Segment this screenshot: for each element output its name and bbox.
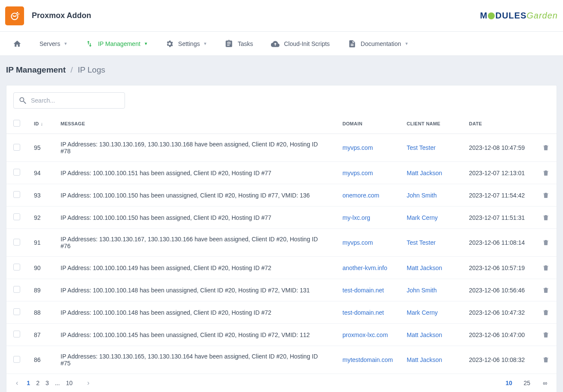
delete-button[interactable] bbox=[542, 286, 550, 294]
nav-servers[interactable]: Servers ▾ bbox=[32, 32, 75, 56]
cell-client-link[interactable]: Matt Jackson bbox=[407, 331, 442, 338]
delete-button[interactable] bbox=[542, 264, 550, 272]
app-header: Proxmox Addon MDULESGarden bbox=[0, 0, 563, 32]
nav-cloud-init-label: Cloud-Init Scripts bbox=[284, 40, 330, 47]
delete-button[interactable] bbox=[542, 356, 550, 364]
cell-domain-link[interactable]: test-domain.net bbox=[343, 287, 384, 294]
cell-id: 95 bbox=[27, 134, 54, 162]
nav-ip-management-label: IP Management bbox=[98, 40, 140, 47]
row-checkbox[interactable] bbox=[13, 264, 20, 270]
cell-client-link[interactable]: Mark Cerny bbox=[407, 309, 438, 316]
cell-client-link[interactable]: Matt Jackson bbox=[407, 356, 442, 363]
table-row: 91IP Addresses: 130.130.130.167, 130.130… bbox=[6, 229, 557, 257]
cell-domain-link[interactable]: myvps.com bbox=[343, 239, 373, 246]
breadcrumb-root[interactable]: IP Management bbox=[6, 65, 66, 74]
row-checkbox[interactable] bbox=[13, 191, 20, 198]
table-row: 94IP Address: 100.100.100.151 has been a… bbox=[6, 162, 557, 184]
delete-button[interactable] bbox=[542, 239, 550, 246]
cloud-upload-icon bbox=[271, 40, 280, 48]
row-checkbox[interactable] bbox=[13, 169, 20, 176]
cell-id: 93 bbox=[27, 184, 54, 207]
col-id[interactable]: ID↓ bbox=[27, 114, 54, 134]
cell-id: 92 bbox=[27, 207, 54, 229]
nav-home[interactable] bbox=[5, 32, 29, 56]
pager-page-2[interactable]: 2 bbox=[36, 380, 40, 386]
cell-date: 2023-12-06 10:47:00 bbox=[462, 324, 535, 346]
content-panel: ID↓ MESSAGE DOMAIN CLIENT NAME DATE 95IP… bbox=[6, 85, 557, 392]
row-checkbox[interactable] bbox=[13, 308, 20, 315]
cell-client-link[interactable]: Test Tester bbox=[407, 144, 435, 151]
nav-cloud-init[interactable]: Cloud-Init Scripts bbox=[263, 32, 338, 56]
col-domain[interactable]: DOMAIN bbox=[336, 114, 400, 134]
cell-client-link[interactable]: John Smith bbox=[407, 287, 437, 294]
nav-tasks[interactable]: Tasks bbox=[217, 32, 261, 56]
cell-domain-link[interactable]: onemore.com bbox=[343, 192, 380, 199]
chevron-down-icon: ▾ bbox=[204, 41, 207, 46]
cell-client-link[interactable]: Matt Jackson bbox=[407, 264, 442, 271]
cell-domain-link[interactable]: proxmox-lxc.com bbox=[343, 331, 388, 338]
pager-page-1[interactable]: 1 bbox=[27, 380, 30, 386]
table-row: 88IP Address: 100.100.100.148 has been a… bbox=[6, 301, 557, 324]
cell-client-link[interactable]: Mark Cerny bbox=[407, 214, 438, 221]
pager-page-3[interactable]: 3 bbox=[46, 380, 49, 386]
select-all-checkbox[interactable] bbox=[13, 120, 20, 127]
nav-ip-management[interactable]: IP Management ▾ bbox=[77, 32, 155, 56]
row-checkbox[interactable] bbox=[13, 144, 20, 151]
cell-id: 90 bbox=[27, 257, 54, 279]
breadcrumb: IP Management / IP Logs bbox=[0, 56, 563, 79]
app-title: Proxmox Addon bbox=[32, 11, 91, 20]
pager-prev[interactable]: ‹ bbox=[13, 379, 21, 387]
cell-id: 87 bbox=[27, 324, 54, 346]
delete-button[interactable] bbox=[542, 214, 550, 222]
search-input[interactable] bbox=[13, 92, 125, 109]
chevron-down-icon: ▾ bbox=[405, 41, 408, 46]
cell-domain-link[interactable]: myvps.com bbox=[343, 144, 373, 151]
swap-vert-icon bbox=[85, 40, 94, 48]
nav-settings[interactable]: Settings ▾ bbox=[158, 32, 215, 56]
cell-date: 2023-12-07 11:51:31 bbox=[462, 207, 535, 229]
cell-domain-link[interactable]: my-lxc.org bbox=[343, 214, 371, 221]
cell-message: IP Address: 100.100.100.145 has been una… bbox=[54, 324, 336, 346]
cell-domain-link[interactable]: myvps.com bbox=[343, 170, 373, 176]
cell-client-link[interactable]: Test Tester bbox=[407, 239, 435, 246]
cell-domain-link[interactable]: another-kvm.info bbox=[343, 264, 387, 271]
col-message[interactable]: MESSAGE bbox=[54, 114, 336, 134]
col-date[interactable]: DATE bbox=[462, 114, 535, 134]
row-checkbox[interactable] bbox=[13, 286, 20, 293]
nav-tasks-label: Tasks bbox=[237, 40, 253, 47]
delete-button[interactable] bbox=[542, 144, 550, 152]
delete-button[interactable] bbox=[542, 331, 550, 339]
cell-date: 2023-12-06 10:56:46 bbox=[462, 279, 535, 301]
cell-domain-link[interactable]: mytestdomain.com bbox=[343, 356, 393, 363]
cell-id: 88 bbox=[27, 301, 54, 324]
app-logo-icon bbox=[9, 10, 20, 21]
cell-date: 2023-12-07 11:54:42 bbox=[462, 184, 535, 207]
page-size-10[interactable]: 10 bbox=[504, 380, 514, 386]
nav-servers-label: Servers bbox=[40, 40, 60, 47]
pager-page-10[interactable]: 10 bbox=[66, 380, 73, 386]
cell-domain-link[interactable]: test-domain.net bbox=[343, 309, 384, 316]
page-size-25[interactable]: 25 bbox=[522, 380, 532, 386]
col-client[interactable]: CLIENT NAME bbox=[400, 114, 462, 134]
delete-button[interactable] bbox=[542, 309, 550, 316]
pager-next[interactable]: › bbox=[85, 379, 92, 387]
pagination: ‹ 123...10 › 10 25 ∞ bbox=[6, 374, 557, 392]
app-logo bbox=[5, 6, 24, 25]
cell-client-link[interactable]: John Smith bbox=[407, 192, 437, 199]
row-checkbox[interactable] bbox=[13, 331, 20, 337]
cell-id: 94 bbox=[27, 162, 54, 184]
clipboard-icon bbox=[225, 40, 233, 48]
delete-button[interactable] bbox=[542, 169, 550, 177]
cell-date: 2023-12-06 10:47:32 bbox=[462, 301, 535, 324]
row-checkbox[interactable] bbox=[13, 239, 20, 246]
delete-button[interactable] bbox=[542, 191, 550, 199]
row-checkbox[interactable] bbox=[13, 356, 20, 363]
gear-icon bbox=[165, 40, 174, 48]
cell-client-link[interactable]: Matt Jackson bbox=[407, 170, 442, 176]
row-checkbox[interactable] bbox=[13, 213, 20, 220]
page-size-all[interactable]: ∞ bbox=[540, 380, 550, 386]
brand-logo: MDULESGarden bbox=[480, 11, 558, 21]
document-icon bbox=[348, 40, 356, 48]
pager-ellipsis: ... bbox=[55, 380, 60, 386]
nav-documentation[interactable]: Documentation ▾ bbox=[340, 32, 416, 56]
